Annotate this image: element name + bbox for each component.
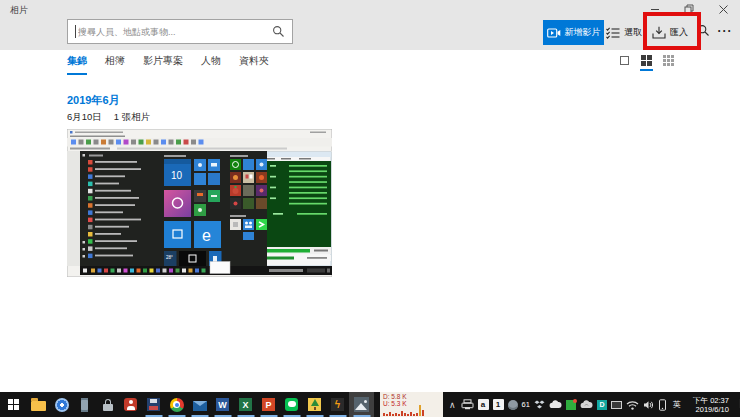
media-player-taskbar-button[interactable] xyxy=(50,392,73,417)
select-button[interactable]: 選取 xyxy=(606,20,642,45)
lightning-app-taskbar-button[interactable]: ϟ xyxy=(326,392,349,417)
tab-albums[interactable]: 相簿 xyxy=(105,54,125,75)
see-more-button[interactable]: ··· xyxy=(712,18,738,43)
excel-icon: X xyxy=(239,398,252,411)
printer-icon[interactable] xyxy=(461,399,474,410)
search-input-box[interactable] xyxy=(67,19,293,44)
photo-thumbnail-image: 10 e 28° xyxy=(67,129,332,277)
ellipsis-icon: ··· xyxy=(718,24,733,38)
language-indicator[interactable]: 英 xyxy=(673,399,681,410)
one-badge[interactable]: 1 xyxy=(493,399,504,410)
tab-video-projects[interactable]: 影片專案 xyxy=(143,54,183,75)
system-tray: ∧ a 1 61 D xyxy=(449,392,740,417)
password-lock-app-icon xyxy=(103,404,113,411)
svg-text:28°: 28° xyxy=(166,255,173,260)
tab-collection[interactable]: 集錦 xyxy=(67,54,87,75)
file-explorer-taskbar-button[interactable] xyxy=(27,392,50,417)
photo-thumbnail[interactable]: 10 e 28° xyxy=(67,129,332,277)
zoom-search-icon[interactable] xyxy=(697,24,710,37)
select-label: 選取 xyxy=(624,26,642,39)
tab-folders[interactable]: 資料夾 xyxy=(239,54,269,75)
tab-people[interactable]: 人物 xyxy=(201,54,221,75)
excel-taskbar-button[interactable]: X xyxy=(234,392,257,417)
photos-app-icon xyxy=(354,397,369,412)
powerpoint-taskbar-button[interactable]: P xyxy=(257,392,280,417)
view-toggles xyxy=(618,55,675,71)
mail-icon xyxy=(193,401,207,411)
temp-badge[interactable]: 61 xyxy=(522,400,530,409)
server-app-icon xyxy=(81,398,88,412)
ime-a-badge[interactable]: a xyxy=(478,399,489,410)
tree-app-icon xyxy=(308,398,321,411)
chrome-taskbar-button[interactable] xyxy=(165,392,188,417)
window-title: 相片 xyxy=(10,4,28,17)
close-button[interactable] xyxy=(706,0,740,18)
line-icon xyxy=(285,398,298,411)
select-checklist-icon xyxy=(606,27,620,39)
import-button[interactable]: 匯入 xyxy=(652,20,688,45)
display-icon[interactable] xyxy=(611,401,622,409)
window-controls xyxy=(638,0,740,18)
floppy-app-icon xyxy=(147,398,160,411)
tree-app-taskbar-button[interactable] xyxy=(303,392,326,417)
lightning-app-icon: ϟ xyxy=(331,398,344,411)
video-camera-icon xyxy=(547,28,561,38)
red-person-app-taskbar-button[interactable] xyxy=(119,392,142,417)
clock-date: 2019/6/10 xyxy=(691,405,729,414)
network-monitor-widget[interactable]: D: 5.8 K U: 5.3 K xyxy=(380,392,443,417)
minimize-button[interactable] xyxy=(638,0,672,18)
line-tray-icon[interactable] xyxy=(566,400,576,410)
cloud-sync-icon[interactable] xyxy=(580,400,593,409)
password-lock-app-taskbar-button[interactable] xyxy=(96,392,119,417)
dropbox-icon[interactable] xyxy=(534,400,545,410)
new-video-label: 新增影片 xyxy=(565,26,601,39)
close-icon xyxy=(719,5,728,14)
d-badge-icon[interactable]: D xyxy=(597,400,607,410)
word-icon: W xyxy=(216,398,229,411)
phone-icon[interactable] xyxy=(658,399,667,411)
media-player-icon xyxy=(55,398,69,412)
restore-button[interactable] xyxy=(672,0,706,18)
floppy-app-taskbar-button[interactable] xyxy=(142,392,165,417)
net-download-label: D: 5.8 K xyxy=(383,393,443,400)
svg-text:e: e xyxy=(202,227,211,244)
view-grid-small-icon[interactable] xyxy=(662,55,675,71)
chrome-icon xyxy=(170,398,184,412)
import-icon xyxy=(652,26,666,39)
photos-app-taskbar-button[interactable] xyxy=(349,392,374,417)
svg-text:10: 10 xyxy=(171,170,183,181)
cloud-icon[interactable] xyxy=(549,400,562,409)
search-input[interactable] xyxy=(68,20,292,43)
file-explorer-icon xyxy=(31,401,46,411)
day-label: 6月10日 xyxy=(67,111,102,124)
word-taskbar-button[interactable]: W xyxy=(211,392,234,417)
wifi-icon[interactable] xyxy=(626,400,639,410)
month-header[interactable]: 2019年6月 xyxy=(67,93,120,108)
globe-icon[interactable] xyxy=(508,400,518,410)
mail-taskbar-button[interactable] xyxy=(188,392,211,417)
windows-logo-icon xyxy=(8,399,19,410)
view-grid-medium-icon[interactable] xyxy=(640,55,653,71)
line-taskbar-button[interactable] xyxy=(280,392,303,417)
red-person-app-icon xyxy=(124,398,137,411)
volume-icon[interactable] xyxy=(643,400,654,410)
net-histogram xyxy=(383,405,424,416)
view-single-icon[interactable] xyxy=(618,55,631,71)
clock-time: 下午 02:37 xyxy=(691,396,729,405)
tab-bar: 集錦 相簿 影片專案 人物 資料夾 xyxy=(67,54,269,75)
day-header: 6月10日 1 張相片 xyxy=(67,111,150,124)
minimize-icon xyxy=(651,9,659,10)
new-video-button[interactable]: 新增影片 xyxy=(543,20,604,45)
restore-icon xyxy=(684,4,694,14)
server-app-taskbar-button[interactable] xyxy=(73,392,96,417)
photos-app-screen: 相片 xyxy=(0,0,740,417)
taskbar-apps: WXPϟ xyxy=(27,392,374,417)
taskbar-clock[interactable]: 下午 02:37 2019/6/10 xyxy=(691,396,729,414)
start-button[interactable] xyxy=(0,392,27,417)
import-label: 匯入 xyxy=(670,26,688,39)
show-hidden-icons-button[interactable]: ∧ xyxy=(449,400,456,410)
app-header: 相片 xyxy=(0,0,740,50)
photo-count: 1 張相片 xyxy=(114,111,150,124)
powerpoint-icon: P xyxy=(262,398,275,411)
search-icon xyxy=(272,25,285,38)
